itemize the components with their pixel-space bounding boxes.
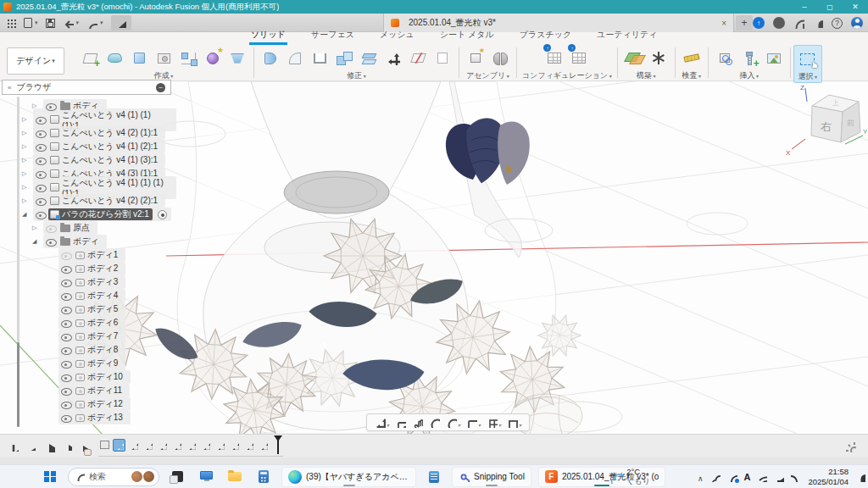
move-copy-button[interactable] bbox=[382, 47, 404, 69]
network-status-icon[interactable] bbox=[773, 17, 785, 29]
visibility-eye-icon[interactable] bbox=[60, 413, 71, 424]
create-form-button[interactable] bbox=[202, 47, 224, 69]
visibility-eye-icon[interactable] bbox=[60, 263, 71, 274]
construction-plane-button[interactable] bbox=[623, 47, 645, 69]
expand-arrow-icon[interactable] bbox=[22, 197, 33, 204]
notification-bell-icon[interactable] bbox=[855, 472, 865, 482]
onedrive-icon[interactable] bbox=[710, 472, 721, 482]
profile-avatar[interactable] bbox=[851, 17, 863, 29]
expand-arrow-icon[interactable] bbox=[22, 116, 33, 123]
visibility-eye-icon[interactable] bbox=[35, 196, 46, 207]
collapse-panel-icon[interactable] bbox=[8, 84, 11, 92]
visibility-eye-icon[interactable] bbox=[60, 385, 71, 396]
zoom-button[interactable] bbox=[429, 417, 440, 428]
view-cube[interactable]: 右 前 上 Z X Y bbox=[786, 84, 868, 157]
step-back-button[interactable] bbox=[26, 441, 36, 451]
tree-item[interactable]: 原点 bbox=[2, 221, 176, 235]
tree-item[interactable]: ボディ13 bbox=[2, 411, 176, 424]
timeline-feature-move[interactable] bbox=[257, 439, 270, 452]
expand-arrow-icon[interactable] bbox=[32, 238, 43, 245]
expand-arrow-icon[interactable] bbox=[22, 157, 33, 164]
visibility-eye-icon[interactable] bbox=[60, 358, 71, 369]
edge-window-button[interactable]: (39)【ヤバすぎるアカペラ】U bbox=[281, 467, 416, 487]
weather-widget[interactable]: 2°Cくもり bbox=[609, 468, 650, 486]
file-explorer-button[interactable] bbox=[224, 467, 246, 487]
tree-item[interactable]: ボディ6 bbox=[2, 316, 176, 330]
visibility-eye-icon[interactable] bbox=[60, 331, 71, 342]
visibility-eye-icon[interactable] bbox=[60, 250, 71, 261]
visibility-eye-icon[interactable] bbox=[60, 372, 71, 383]
modify-group-label[interactable]: 修正 bbox=[347, 70, 366, 80]
file-menu-button[interactable] bbox=[24, 18, 38, 28]
tree-item[interactable]: ボディ1 bbox=[2, 248, 176, 262]
visibility-eye-icon[interactable] bbox=[45, 236, 56, 247]
construct-group-label[interactable]: 構築 bbox=[637, 70, 656, 80]
tree-item[interactable]: こんぺいとう v4 (1) (2):1 bbox=[2, 140, 176, 153]
visibility-eye-icon[interactable] bbox=[35, 141, 46, 152]
ribbon-tab[interactable]: メッシュ bbox=[378, 28, 416, 45]
timeline-feature-move[interactable] bbox=[170, 439, 183, 452]
visibility-eye-icon[interactable] bbox=[35, 114, 46, 125]
insert-derive-button[interactable] bbox=[714, 47, 736, 69]
timeline-feature-move[interactable] bbox=[199, 439, 212, 452]
viewports-button[interactable] bbox=[507, 415, 521, 430]
configuration-table-button[interactable] bbox=[543, 47, 565, 69]
undo-button[interactable] bbox=[63, 18, 80, 29]
insert-group-label[interactable]: 挿入 bbox=[739, 70, 759, 80]
tree-item[interactable]: ボディ5 bbox=[2, 302, 176, 316]
construction-axis-button[interactable] bbox=[648, 47, 670, 69]
tree-item[interactable]: ボディ7 bbox=[2, 330, 176, 343]
expand-arrow-icon[interactable] bbox=[32, 225, 43, 231]
vase-lid[interactable] bbox=[284, 171, 389, 214]
grid-display-button[interactable] bbox=[487, 415, 501, 430]
expand-arrow-icon[interactable] bbox=[22, 211, 33, 218]
expand-arrow-icon[interactable] bbox=[22, 130, 33, 136]
offset-face-button[interactable] bbox=[358, 47, 380, 69]
step-forward-button[interactable] bbox=[63, 441, 72, 451]
extrude-button[interactable] bbox=[128, 47, 150, 69]
calculator-button[interactable] bbox=[253, 467, 275, 487]
timeline-feature-move[interactable] bbox=[242, 439, 255, 452]
create-sketch-button[interactable] bbox=[79, 47, 101, 69]
timeline-feature-move-selected[interactable] bbox=[113, 439, 125, 452]
browser-scrollbar[interactable] bbox=[17, 97, 19, 427]
align-button[interactable] bbox=[431, 47, 453, 69]
visibility-eye-icon[interactable] bbox=[35, 155, 46, 166]
timeline-feature-move[interactable] bbox=[127, 439, 140, 452]
timeline-feature-component[interactable] bbox=[98, 439, 111, 452]
help-icon[interactable] bbox=[832, 18, 843, 29]
timeline-playhead[interactable] bbox=[273, 435, 283, 454]
display-settings-button[interactable] bbox=[466, 415, 481, 430]
sweep-button[interactable] bbox=[103, 47, 125, 69]
notepad-button[interactable] bbox=[423, 467, 445, 487]
expand-arrow-icon[interactable] bbox=[22, 184, 33, 191]
taskbar-clock[interactable]: 21:58 2025/01/04 bbox=[808, 467, 849, 486]
visibility-eye-icon[interactable] bbox=[60, 318, 71, 329]
tree-item[interactable]: ボディ11 bbox=[2, 384, 176, 397]
save-button[interactable] bbox=[46, 19, 55, 28]
redo-button[interactable] bbox=[86, 18, 103, 29]
remove-panel-icon[interactable] bbox=[156, 83, 165, 92]
ime-mode-indicator[interactable]: A bbox=[744, 472, 751, 482]
timeline-feature-move[interactable] bbox=[228, 439, 241, 452]
timeline-feature-move[interactable] bbox=[142, 439, 154, 452]
wifi-icon[interactable] bbox=[757, 472, 767, 482]
taskbar-search[interactable]: 検索 bbox=[68, 468, 159, 486]
joint-button[interactable] bbox=[489, 47, 511, 69]
hole-button[interactable] bbox=[153, 47, 175, 69]
home-button[interactable] bbox=[111, 15, 131, 30]
ribbon-tab[interactable]: ソリッド bbox=[249, 28, 287, 45]
tree-item[interactable]: こんぺいとう v4 (1) (1) (1):1 bbox=[2, 113, 176, 126]
tab-close-icon[interactable] bbox=[721, 19, 726, 28]
orbit-button[interactable] bbox=[375, 415, 389, 430]
combine-button[interactable] bbox=[333, 47, 355, 69]
visibility-eye-icon[interactable] bbox=[60, 277, 71, 288]
visibility-eye-icon[interactable] bbox=[35, 209, 46, 220]
split-body-button[interactable] bbox=[407, 47, 429, 69]
volume-icon[interactable] bbox=[774, 472, 784, 482]
zoom-window-button[interactable] bbox=[446, 415, 460, 430]
task-view-button[interactable] bbox=[166, 467, 188, 487]
tree-item[interactable]: こんぺいとう v4 (1) (1) (1) (1):1 bbox=[2, 180, 176, 194]
fillet-button[interactable] bbox=[284, 47, 306, 69]
start-button[interactable] bbox=[39, 467, 61, 487]
